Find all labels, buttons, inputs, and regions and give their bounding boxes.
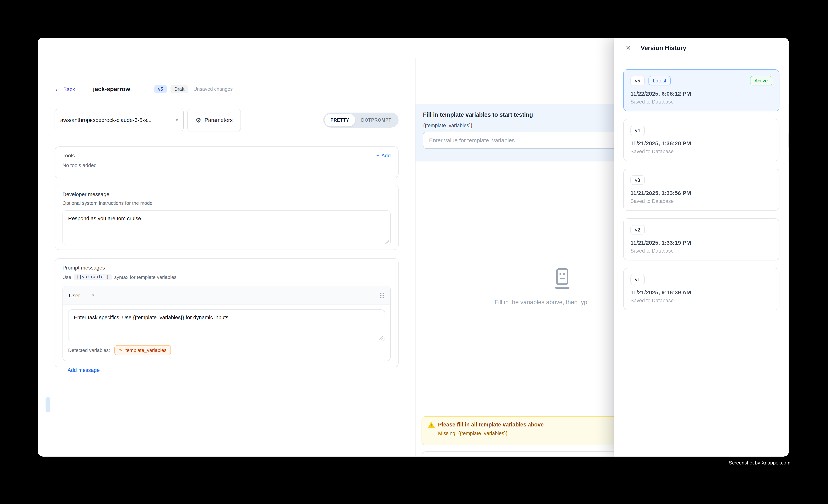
version-timestamp: 11/21/2025, 1:33:19 PM [630,239,772,246]
close-icon[interactable]: ✕ [625,44,631,52]
unsaved-changes-label: Unsaved changes [194,86,233,92]
plus-icon: + [63,367,66,373]
breadcrumb-row: ← Back jack-sparrow v5 Draft Unsaved cha… [54,81,399,97]
chevron-down-icon[interactable]: ▾ [92,293,94,298]
detected-variables-label: Detected variables: [68,347,110,353]
prompt-editor-column: ← Back jack-sparrow v5 Draft Unsaved cha… [38,58,415,456]
version-timestamp: 11/21/2025, 1:33:56 PM [630,190,772,196]
add-tool-label: Add [381,153,391,159]
variable-syntax-chip: {{variable}} [74,274,112,281]
version-history-panel: ✕ Version History v5 Latest Active 11/22… [614,38,788,457]
toggle-pretty[interactable]: PRETTY [324,114,355,126]
version-card[interactable]: v1 11/21/2025, 9:16:39 AM Saved to Datab… [623,268,780,310]
version-timestamp: 11/21/2025, 1:36:28 PM [630,140,772,146]
template-variable-name: template_variables [126,347,167,353]
model-select[interactable]: aws/anthropic/bedrock-claude-3-5-s... ▾ [54,109,184,131]
version-badge: v4 [630,126,645,135]
version-saved-label: Saved to Database [630,298,772,303]
active-badge: Active [750,76,772,85]
version-saved-label: Saved to Database [630,198,772,204]
version-card-badges: v2 [630,225,772,235]
version-badge: v2 [630,225,645,235]
tools-title: Tools [63,153,75,159]
model-toolbar: aws/anthropic/bedrock-claude-3-5-s... ▾ … [54,109,399,131]
subtitle-suffix: syntax for template variables [114,274,176,280]
latest-badge: Latest [648,76,671,85]
resize-grip-icon[interactable] [379,335,383,339]
message-block: User ▾ Enter task specifics. Use {{templ… [63,286,391,361]
version-card[interactable]: v2 11/21/2025, 1:33:19 PM Saved to Datab… [623,218,780,260]
draft-badge: Draft [170,85,188,93]
add-tool-button[interactable]: + Add [376,153,391,159]
developer-message-textarea[interactable]: Respond as you are tom cruise [63,210,391,245]
prompt-messages-title: Prompt messages [63,265,391,270]
message-textarea[interactable]: Enter task specifics. Use {{template_var… [68,309,385,341]
version-card-badges: v1 [630,275,772,284]
version-list: v5 Latest Active 11/22/2025, 6:08:12 PM … [614,58,788,310]
drag-handle-icon[interactable] [380,292,384,298]
screenshot-stage: ← Back jack-sparrow v5 Draft Unsaved cha… [0,0,828,504]
version-badge: v3 [630,175,645,185]
warning-triangle-icon [428,422,435,427]
robot-face-icon [554,268,571,289]
add-message-label: Add message [67,367,99,373]
toggle-dotprompt[interactable]: DOTPROMPT [355,114,398,126]
version-card-badges: v4 [630,126,772,135]
role-select[interactable]: User [69,292,80,298]
chevron-down-icon: ▾ [176,118,178,123]
version-card-badges: v3 [630,175,772,185]
prompt-messages-subtitle: Use {{variable}} syntax for template var… [63,274,391,281]
version-card[interactable]: v4 11/21/2025, 1:36:28 PM Saved to Datab… [623,119,780,161]
version-timestamp: 11/22/2025, 6:08:12 PM [630,90,772,97]
back-button[interactable]: ← Back [54,86,75,92]
tools-section: Tools + Add No tools added [54,146,399,178]
developer-message-section: Developer message Optional system instru… [54,185,399,250]
back-arrow-icon: ← [54,86,60,92]
version-badge: v5 [154,85,167,93]
version-badge: v5 [630,76,645,85]
version-card[interactable]: v5 Latest Active 11/22/2025, 6:08:12 PM … [623,69,780,112]
format-toggle: PRETTY DOTPROMPT [323,113,399,128]
gear-icon: ⚙ [196,117,201,124]
edge-accent-pill [46,397,50,412]
version-saved-label: Saved to Database [630,149,772,154]
detected-variables-row: Detected variables: ✎ template_variables [68,345,385,357]
pencil-icon: ✎ [119,348,123,353]
parameters-button[interactable]: ⚙ Parameters [188,109,241,131]
developer-message-title: Developer message [63,191,391,197]
version-badge: v1 [630,275,645,284]
message-role-header: User ▾ [63,286,390,305]
prompt-messages-section: Prompt messages Use {{variable}} syntax … [54,258,399,367]
model-select-value: aws/anthropic/bedrock-claude-3-5-s... [60,117,173,123]
version-timestamp: 11/21/2025, 9:16:39 AM [630,289,772,295]
version-card[interactable]: v3 11/21/2025, 1:33:56 PM Saved to Datab… [623,169,780,211]
version-history-header: ✕ Version History [614,38,788,58]
developer-message-subtitle: Optional system instructions for the mod… [63,200,391,206]
page-title: jack-sparrow [93,86,130,92]
add-message-button[interactable]: + Add message [63,367,391,373]
version-history-title: Version History [641,44,686,51]
tools-empty-text: No tools added [63,163,391,168]
watermark-text: Screenshot by Xnapper.com [0,460,790,466]
version-saved-label: Saved to Database [630,99,772,104]
warning-title: Please fill in all template variables ab… [438,422,544,428]
subtitle-prefix: Use [63,274,71,280]
parameters-label: Parameters [205,117,233,123]
resize-grip-icon[interactable] [385,239,389,244]
version-card-badges: v5 Latest Active [630,76,772,85]
back-label: Back [63,86,75,92]
version-saved-label: Saved to Database [630,248,772,254]
plus-icon: + [376,153,379,159]
empty-state-text: Fill in the variables above, then typ [495,299,587,306]
template-variable-chip[interactable]: ✎ template_variables [115,345,171,355]
